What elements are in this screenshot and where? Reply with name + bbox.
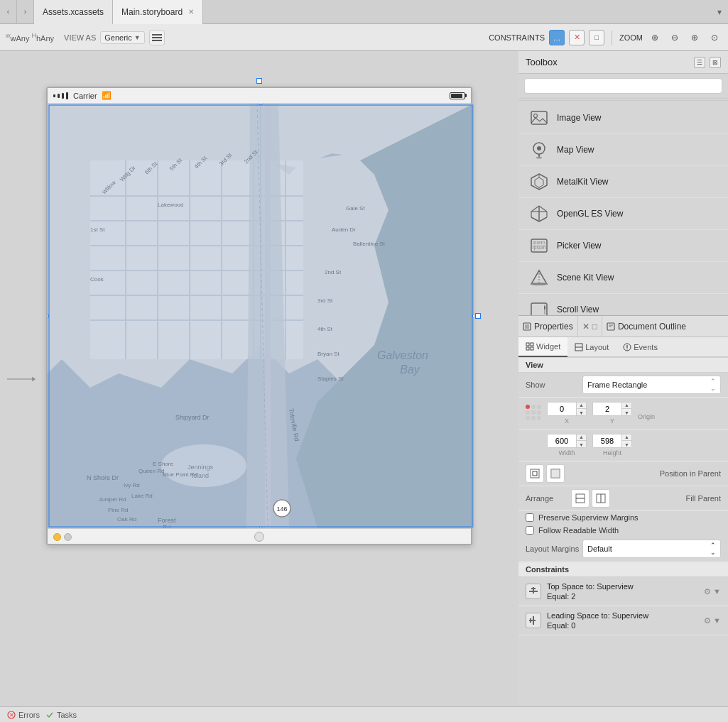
- resize-handle-top[interactable]: [256, 78, 262, 84]
- width-step-up[interactable]: ▲: [576, 434, 586, 441]
- view-toggle-btn[interactable]: [149, 30, 165, 45]
- canvas-area[interactable]: ⟺⟺ Carrier 📶: [0, 51, 518, 706]
- map-view[interactable]: Galveston Bay Jennings Island Willow Wdg…: [48, 104, 474, 528]
- y-field-group: ▲ ▼ Y: [592, 402, 632, 425]
- corner-handle-bl[interactable]: [48, 525, 51, 528]
- fill-parent-btns: [571, 489, 610, 508]
- toolbox-grid-btn[interactable]: ⊠: [710, 57, 721, 68]
- height-field[interactable]: ▲ ▼: [592, 434, 632, 448]
- height-step-up[interactable]: ▲: [621, 434, 631, 441]
- arrange-align-btn[interactable]: [571, 489, 590, 508]
- constraint-add-btn[interactable]: …: [549, 30, 565, 45]
- view-as-label: VIEW AS: [64, 33, 96, 42]
- corner-handle-tr[interactable]: [470, 104, 474, 107]
- svg-text:Oak Rd: Oak Rd: [117, 516, 136, 523]
- svg-rect-106: [526, 343, 529, 346]
- edge-handle-top[interactable]: [259, 104, 263, 105]
- tab-close-btn[interactable]: ✕: [188, 8, 194, 16]
- corner-handle-br[interactable]: [470, 525, 474, 528]
- anchor-grid[interactable]: [526, 405, 541, 420]
- toolbox-item-scroll-view[interactable]: Scroll View: [518, 294, 728, 315]
- y-input[interactable]: [593, 402, 621, 416]
- x-stepper[interactable]: ▲ ▼: [576, 402, 586, 416]
- zoom-reset-btn[interactable]: ⊙: [707, 30, 722, 45]
- tab-events[interactable]: Events: [616, 337, 665, 357]
- constraint-2-gear[interactable]: ⚙ ▼: [704, 616, 721, 625]
- opengl-view-icon: [528, 203, 550, 224]
- doc-outline-tab[interactable]: Document Outline: [602, 316, 690, 337]
- x-input[interactable]: [548, 402, 576, 416]
- tab-main-storyboard[interactable]: Main.storyboard ✕: [113, 0, 203, 24]
- y-stepper[interactable]: ▲ ▼: [621, 402, 631, 416]
- svg-text:Blue Point Rd: Blue Point Rd: [163, 471, 197, 478]
- constraint-remove-btn[interactable]: ✕: [569, 30, 585, 45]
- toolbox-item-metalkit-view[interactable]: MetalKit View: [518, 166, 728, 198]
- follow-readable-checkbox[interactable]: [526, 526, 534, 535]
- show-select[interactable]: Frame Rectangle ⌃⌄: [582, 376, 721, 394]
- props-close-btn[interactable]: ✕ □: [578, 316, 602, 337]
- corner-handle-tl[interactable]: [48, 104, 51, 107]
- toolbox-search-input[interactable]: [524, 78, 722, 94]
- zoom-in-btn[interactable]: ⊕: [687, 30, 702, 45]
- tab-storyboard-label: Main.storyboard: [121, 7, 183, 17]
- zoom-fit-btn[interactable]: ⊕: [647, 30, 663, 45]
- y-step-down[interactable]: ▼: [621, 409, 631, 416]
- width-field[interactable]: ▲ ▼: [547, 434, 587, 448]
- width-input[interactable]: [548, 434, 576, 448]
- view-as-select[interactable]: Generic ▼: [100, 31, 144, 44]
- svg-rect-65: [531, 111, 547, 124]
- home-button[interactable]: [254, 532, 264, 542]
- toolbar-divider: [612, 31, 612, 45]
- y-step-up[interactable]: ▲: [621, 402, 631, 409]
- edge-handle-bottom[interactable]: [259, 527, 263, 528]
- toolbox-item-scenekit[interactable]: Scene Kit View: [518, 262, 728, 294]
- iphone-frame: Carrier 📶: [46, 87, 472, 545]
- errors-btn[interactable]: ✕ Errors: [7, 711, 40, 719]
- fill-parent-btn[interactable]: [546, 464, 565, 483]
- svg-text:Auden Dr: Auden Dr: [332, 226, 356, 233]
- arrange-distribute-btn[interactable]: [592, 489, 610, 508]
- constraint-square-btn[interactable]: □: [589, 30, 604, 45]
- x-step-down[interactable]: ▼: [576, 409, 586, 416]
- tab-next-btn[interactable]: ›: [17, 0, 34, 24]
- toolbox-item-map-view[interactable]: Map View: [518, 134, 728, 166]
- svg-text:1st St: 1st St: [90, 226, 105, 233]
- constraint-2: Leading Space to: Superview Equal: 0 ⚙ ▼: [518, 606, 728, 635]
- y-label: Y: [610, 417, 614, 425]
- y-field[interactable]: ▲ ▼: [592, 402, 632, 416]
- toolbox-list-btn[interactable]: ☰: [694, 57, 705, 68]
- height-stepper[interactable]: ▲ ▼: [621, 434, 631, 448]
- resize-handle-right[interactable]: ⟺⟺: [475, 313, 481, 319]
- toolbox-header: Toolbox ☰ ⊠: [518, 51, 728, 74]
- tab-layout[interactable]: Layout: [567, 337, 616, 357]
- edge-handle-right[interactable]: [472, 314, 474, 318]
- tasks-btn[interactable]: Tasks: [45, 711, 77, 719]
- tab-widget[interactable]: Widget: [518, 337, 567, 357]
- width-stepper[interactable]: ▲ ▼: [576, 434, 586, 448]
- x-step-up[interactable]: ▲: [576, 402, 586, 409]
- height-step-down[interactable]: ▼: [621, 441, 631, 448]
- tab-menu-btn[interactable]: ▾: [711, 0, 728, 24]
- tab-prev-btn[interactable]: ‹: [0, 0, 17, 24]
- toolbox-item-opengl[interactable]: OpenGL ES View: [518, 198, 728, 230]
- constraint-1-gear[interactable]: ⚙ ▼: [704, 587, 721, 596]
- layout-margins-select[interactable]: Default ⌃⌄: [582, 540, 721, 558]
- toolbox-item-picker-view[interactable]: lorem ipsum Picker View: [518, 230, 728, 262]
- layout-icon: [575, 343, 583, 351]
- zoom-out-btn[interactable]: ⊖: [667, 30, 683, 45]
- preserve-margins-checkbox[interactable]: [526, 513, 534, 522]
- right-column: Toolbox ☰ ⊠: [518, 51, 728, 706]
- svg-text:Staples St: Staples St: [317, 376, 344, 382]
- svg-text:Juniper Rd: Juniper Rd: [99, 496, 126, 503]
- doc-outline-icon: [607, 322, 615, 331]
- battery-indicator: [450, 92, 465, 99]
- center-in-parent-btn[interactable]: [526, 464, 544, 483]
- edge-handle-left[interactable]: [48, 314, 49, 318]
- tab-assets[interactable]: Assets.xcassets: [34, 0, 113, 24]
- toolbox-item-image-view[interactable]: Image View: [518, 102, 728, 134]
- width-step-down[interactable]: ▼: [576, 441, 586, 448]
- height-input[interactable]: [593, 434, 621, 448]
- zoom-label: ZOOM: [619, 33, 643, 42]
- x-field[interactable]: ▲ ▼: [547, 402, 587, 416]
- show-row: Show Frame Rectangle ⌃⌄: [518, 373, 728, 398]
